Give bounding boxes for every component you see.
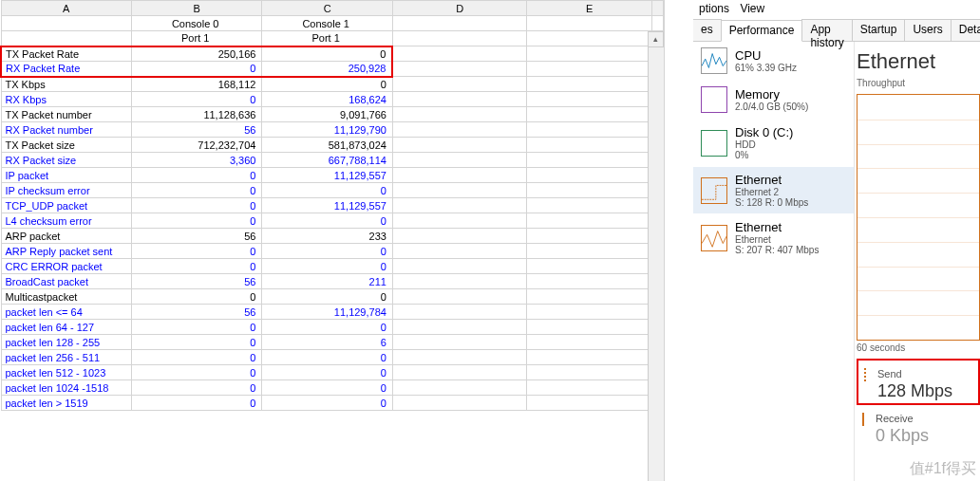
- cell[interactable]: Port 1: [131, 31, 261, 46]
- col-C[interactable]: C: [262, 1, 392, 16]
- col-A[interactable]: A: [1, 1, 131, 16]
- row-label[interactable]: TX Packet size: [1, 138, 131, 153]
- row-label[interactable]: TX Packet number: [1, 107, 131, 122]
- cell[interactable]: 0: [262, 365, 392, 380]
- cell[interactable]: 168,112: [131, 77, 261, 92]
- row-label[interactable]: ARP packet: [1, 229, 131, 244]
- cell[interactable]: [527, 335, 651, 350]
- sidebar-item-ethernet-1[interactable]: Ethernet Ethernet 2 S: 128 R: 0 Mbps: [693, 167, 854, 214]
- cell[interactable]: 0: [262, 350, 392, 365]
- cell[interactable]: 712,232,704: [131, 138, 261, 153]
- row-label[interactable]: packet len 128 - 255: [1, 335, 131, 350]
- row-label[interactable]: L4 checksum error: [1, 213, 131, 229]
- cell[interactable]: [527, 77, 651, 92]
- cell[interactable]: [392, 92, 527, 107]
- cell[interactable]: 0: [131, 396, 261, 411]
- cell[interactable]: [527, 46, 651, 62]
- cell[interactable]: [392, 62, 527, 77]
- row-label[interactable]: packet len <= 64: [1, 305, 131, 320]
- cell[interactable]: 0: [131, 365, 261, 380]
- cell[interactable]: 0: [262, 320, 392, 335]
- cell[interactable]: 0: [131, 198, 261, 213]
- cell[interactable]: [392, 77, 527, 92]
- menu-options-partial[interactable]: ptions: [699, 2, 729, 15]
- cell[interactable]: [527, 244, 651, 259]
- cell[interactable]: [527, 183, 651, 198]
- cell[interactable]: 0: [131, 320, 261, 335]
- row-label[interactable]: BroadCast packet: [1, 274, 131, 289]
- cell[interactable]: [527, 305, 651, 320]
- cell[interactable]: 233: [262, 229, 392, 244]
- sidebar-item-ethernet-2[interactable]: Ethernet Ethernet S: 207 R: 407 Mbps: [693, 214, 854, 262]
- cell[interactable]: 211: [262, 274, 392, 289]
- row-label[interactable]: TCP_UDP packet: [1, 198, 131, 213]
- cell[interactable]: 0: [131, 350, 261, 365]
- cell[interactable]: [392, 183, 527, 198]
- cell[interactable]: [392, 350, 527, 365]
- cell[interactable]: Port 1: [262, 31, 392, 46]
- cell[interactable]: [392, 198, 527, 213]
- cell[interactable]: 0: [262, 259, 392, 274]
- cell[interactable]: [392, 320, 527, 335]
- cell[interactable]: 6: [262, 335, 392, 350]
- sidebar-item-disk[interactable]: Disk 0 (C:) HDD 0%: [693, 120, 854, 167]
- row-label[interactable]: packet len 512 - 1023: [1, 365, 131, 380]
- tab-performance[interactable]: Performance: [721, 20, 803, 42]
- row-label[interactable]: packet len > 1519: [1, 396, 131, 411]
- row-label[interactable]: packet len 1024 -1518: [1, 380, 131, 396]
- row-label[interactable]: TX Kbps: [1, 77, 131, 92]
- cell[interactable]: [392, 380, 527, 396]
- row-label[interactable]: packet len 64 - 127: [1, 320, 131, 335]
- cell[interactable]: [527, 107, 651, 122]
- row-label[interactable]: packet len 256 - 511: [1, 350, 131, 365]
- cell[interactable]: 9,091,766: [262, 107, 392, 122]
- cell[interactable]: 0: [262, 380, 392, 396]
- row-label[interactable]: RX Packet size: [1, 153, 131, 168]
- cell[interactable]: [527, 213, 651, 229]
- row-label[interactable]: RX Kbps: [1, 92, 131, 107]
- cell[interactable]: [392, 16, 527, 31]
- cell[interactable]: 0: [262, 77, 392, 92]
- cell[interactable]: [527, 31, 651, 46]
- cell[interactable]: 11,128,636: [131, 107, 261, 122]
- cell[interactable]: [527, 289, 651, 305]
- cell[interactable]: 0: [262, 46, 392, 62]
- cell[interactable]: [527, 62, 651, 77]
- cell[interactable]: 56: [131, 229, 261, 244]
- cell[interactable]: [392, 305, 527, 320]
- cell[interactable]: [527, 16, 651, 31]
- cell[interactable]: 56: [131, 274, 261, 289]
- cell[interactable]: 0: [262, 396, 392, 411]
- cell[interactable]: 11,129,557: [262, 198, 392, 213]
- cell[interactable]: 0: [262, 213, 392, 229]
- cell[interactable]: [527, 138, 651, 153]
- cell[interactable]: [392, 396, 527, 411]
- cell[interactable]: [527, 320, 651, 335]
- cell[interactable]: [651, 16, 663, 31]
- col-D[interactable]: D: [392, 1, 527, 16]
- cell[interactable]: [392, 335, 527, 350]
- col-E[interactable]: E: [527, 1, 651, 16]
- cell[interactable]: 0: [131, 62, 261, 77]
- row-label[interactable]: RX Packet Rate: [1, 62, 131, 77]
- row-label[interactable]: CRC ERROR packet: [1, 259, 131, 274]
- menu-view[interactable]: View: [740, 2, 764, 15]
- cell[interactable]: Console 0: [131, 16, 261, 31]
- cell[interactable]: 0: [262, 244, 392, 259]
- tab-details-partial[interactable]: Details: [951, 19, 980, 41]
- cell[interactable]: [392, 289, 527, 305]
- tab-app-history[interactable]: App history: [801, 19, 852, 41]
- sidebar-item-cpu[interactable]: CPU 61% 3.39 GHz: [693, 42, 854, 81]
- scroll-up-button[interactable]: ▴: [648, 31, 664, 47]
- row-label[interactable]: Multicastpacket: [1, 289, 131, 305]
- cell[interactable]: [1, 16, 131, 31]
- tab-users[interactable]: Users: [904, 19, 951, 41]
- cell[interactable]: 0: [131, 213, 261, 229]
- cell[interactable]: 0: [131, 289, 261, 305]
- cell[interactable]: [392, 259, 527, 274]
- cell[interactable]: [527, 122, 651, 138]
- cell[interactable]: 581,873,024: [262, 138, 392, 153]
- cell[interactable]: [392, 122, 527, 138]
- cell[interactable]: [527, 274, 651, 289]
- cell[interactable]: [392, 138, 527, 153]
